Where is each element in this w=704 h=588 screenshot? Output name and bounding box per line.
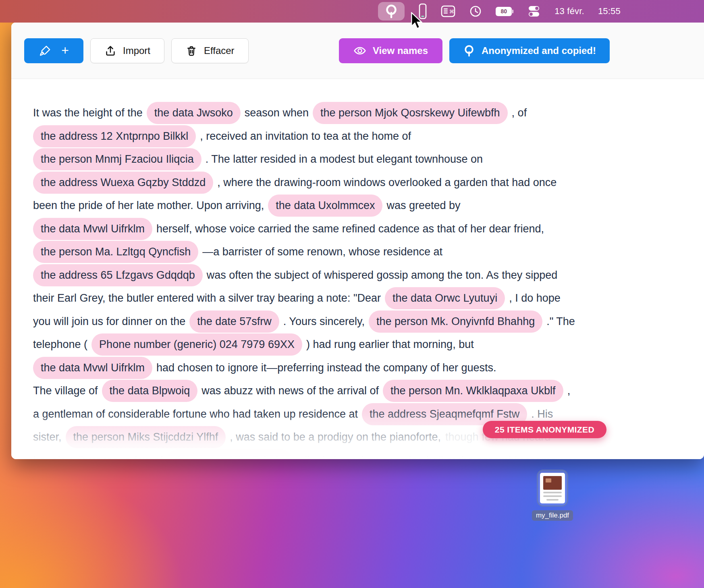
control-center-icon bbox=[527, 5, 541, 18]
battery-icon: 80 bbox=[496, 7, 512, 16]
text-segment: . Yours sincerely, bbox=[283, 315, 365, 328]
time-machine-menubar-item[interactable] bbox=[469, 5, 482, 18]
text-segment: , of bbox=[512, 107, 527, 119]
anonymized-pill[interactable]: the person Mk. Onyivnfd Bhahhg bbox=[369, 311, 542, 333]
eye-icon bbox=[353, 44, 366, 57]
trash-icon bbox=[185, 45, 197, 57]
time-machine-icon bbox=[469, 5, 482, 18]
anonymized-pill[interactable]: the address 12 Xntprnpo Bilkkl bbox=[33, 125, 196, 147]
anonymized-pill[interactable]: the person Mn. Wklklaqpaxa Ukblf bbox=[383, 380, 563, 402]
text-line: the person Mnmj Fzaciou Iliqcia. The lat… bbox=[33, 148, 682, 171]
toolbar: + Import Effacer bbox=[11, 23, 704, 79]
text-line: the address 12 Xntprnpo Bilkkl, received… bbox=[33, 125, 682, 148]
text-segment: , bbox=[567, 385, 571, 397]
items-anonymized-label: 25 ITEMS ANONYMIZED bbox=[495, 425, 594, 435]
text-segment: , I do hope bbox=[509, 292, 561, 304]
anonymized-pill[interactable]: the data Mvwl Uifrklm bbox=[33, 357, 152, 379]
text-line: It was the height of thethe data Jwsokos… bbox=[33, 101, 682, 125]
text-segment: season when bbox=[245, 107, 309, 119]
text-segment: you will join us for dinner on the bbox=[33, 315, 185, 328]
text-segment: , received an invitation to tea at the h… bbox=[200, 130, 411, 143]
import-label: Import bbox=[123, 45, 150, 56]
text-line: been the pride of her late mother. Upon … bbox=[33, 194, 682, 217]
clear-button[interactable]: Effacer bbox=[171, 38, 249, 63]
text-segment: been the pride of her late mother. Upon … bbox=[33, 199, 264, 212]
text-line: the person Ma. Lzltgq Qyncfish—a barrist… bbox=[33, 240, 682, 264]
anonymize-plus-label: + bbox=[61, 43, 69, 58]
text-segment: was greeted by bbox=[386, 199, 460, 212]
items-anonymized-badge: 25 ITEMS ANONYMIZED bbox=[483, 421, 606, 438]
anonymized-pill[interactable]: the address 65 Lfzgavs Gdqdqb bbox=[33, 264, 203, 286]
text-line: their Earl Grey, the butler entered with… bbox=[33, 287, 682, 310]
anonymized-pill[interactable]: the person Ma. Lzltgq Qyncfish bbox=[33, 241, 198, 263]
anonymized-pill[interactable]: the person Mjok Qosrskewy Uifewbfh bbox=[313, 102, 508, 124]
import-button[interactable]: Import bbox=[90, 38, 164, 63]
anonymize-new-button[interactable]: + bbox=[24, 38, 83, 63]
anonymized-pill[interactable]: the person Miw Orinda bbox=[167, 449, 292, 459]
text-segment: was often the subject of whispered gossi… bbox=[207, 269, 558, 282]
control-center-menubar-item[interactable] bbox=[527, 5, 541, 18]
text-line: The village ofthe data Blpwoiqwas abuzz … bbox=[33, 379, 682, 403]
text-line: you will join us for dinner on thethe da… bbox=[33, 310, 682, 333]
text-segment: . His bbox=[531, 408, 553, 420]
clear-label: Effacer bbox=[204, 45, 235, 56]
anonymized-pill[interactable]: the data Jwsoko bbox=[147, 102, 241, 124]
anonymized-pill[interactable]: the date 57sfrw bbox=[189, 311, 279, 333]
pdf-thumbnail-image bbox=[543, 476, 562, 490]
battery-percent: 80 bbox=[500, 8, 507, 14]
q-app-icon bbox=[384, 3, 399, 19]
anonymized-pill[interactable]: the data Orwc Lyutuyi bbox=[385, 287, 505, 309]
text-segment: , where the drawing-room windows overloo… bbox=[217, 176, 557, 189]
paintbrush-icon bbox=[39, 44, 52, 57]
anonymized-copied-button[interactable]: Anonymized and copied! bbox=[449, 38, 610, 63]
q-logo-icon bbox=[463, 44, 475, 58]
text-segment: , was said to be a prodigy on the pianof… bbox=[230, 431, 441, 443]
text-line: the data Mvwl Uifrklmhad chosen to ignor… bbox=[33, 356, 682, 380]
anonymizer-window: + Import Effacer bbox=[11, 23, 704, 459]
text-segment: was abuzz with news of the arrival of bbox=[201, 385, 379, 397]
text-segment: telephone ( bbox=[33, 338, 87, 351]
svg-text:⌘: ⌘ bbox=[449, 9, 454, 14]
text-segment: ) had rung earlier that morning, but bbox=[306, 338, 474, 351]
text-segment: talked about the upcoming ball at the as… bbox=[296, 454, 559, 459]
battery-menubar-item[interactable]: 80 bbox=[496, 7, 513, 16]
input-source-menubar-item[interactable]: ⌘ bbox=[441, 5, 455, 17]
document-area: It was the height of thethe data Jwsokos… bbox=[11, 79, 704, 459]
text-line: the address 65 Lfzgavs Gdqdqbwas often t… bbox=[33, 264, 682, 287]
text-line: the data Mvwl Uifrklmherself, whose voic… bbox=[33, 217, 682, 241]
text-segment: their Earl Grey, the butler entered with… bbox=[33, 292, 381, 304]
text-line: telephone (Phone number (generic) 024 79… bbox=[33, 333, 682, 356]
view-names-label: View names bbox=[373, 45, 428, 56]
anonymized-pill[interactable]: the data Mvwl Uifrklm bbox=[33, 218, 152, 240]
text-segment: —a barrister of some renown, whose resid… bbox=[202, 246, 442, 258]
input-source-icon: ⌘ bbox=[441, 5, 455, 17]
text-segment: herself, whose voice carried the same re… bbox=[156, 223, 544, 235]
text-segment: ." The bbox=[546, 315, 575, 328]
upload-icon bbox=[104, 45, 116, 57]
anonymizer-menubar-app[interactable] bbox=[378, 2, 405, 21]
menubar-date[interactable]: 13 févr. bbox=[554, 6, 584, 17]
text-line: the address Wuexa Gqzby Stddzd, where th… bbox=[33, 171, 682, 195]
anonymized-pill[interactable]: the address Wuexa Gqzby Stddzd bbox=[33, 172, 213, 194]
text-segment: It was the height of the bbox=[33, 107, 143, 119]
anonymized-pill[interactable]: the data Uxolmmcex bbox=[268, 195, 382, 217]
desktop-file-my-file-pdf[interactable]: my_file.pdf bbox=[528, 470, 577, 521]
pdf-file-icon[interactable] bbox=[537, 470, 568, 507]
menu-bar: ⌘ 80 bbox=[0, 0, 704, 23]
menubar-time[interactable]: 15:55 bbox=[598, 6, 621, 17]
anonymized-copied-label: Anonymized and copied! bbox=[482, 45, 596, 56]
text-segment: her play. Over tea, a few of bbox=[33, 454, 163, 459]
text-segment: The village of bbox=[33, 385, 98, 397]
text-segment: a gentleman of considerable fortune who … bbox=[33, 408, 358, 420]
mouse-cursor bbox=[410, 12, 422, 30]
text-segment: . The latter resided in a modest but ele… bbox=[206, 153, 483, 166]
anonymized-pill[interactable]: the person Miks Stijcddzi Ylfhf bbox=[66, 426, 226, 448]
text-segment: had chosen to ignore it—preferring inste… bbox=[156, 362, 496, 374]
text-segment: sister, bbox=[33, 431, 62, 443]
file-name-label: my_file.pdf bbox=[532, 510, 573, 521]
anonymized-pill[interactable]: the person Mnmj Fzaciou Iliqcia bbox=[33, 148, 201, 170]
anonymized-pill[interactable]: the data Blpwoiq bbox=[102, 380, 198, 402]
view-names-button[interactable]: View names bbox=[339, 38, 442, 63]
document-text: It was the height of thethe data Jwsokos… bbox=[11, 79, 704, 459]
anonymized-pill[interactable]: Phone number (generic) 024 7979 69XX bbox=[91, 333, 302, 356]
